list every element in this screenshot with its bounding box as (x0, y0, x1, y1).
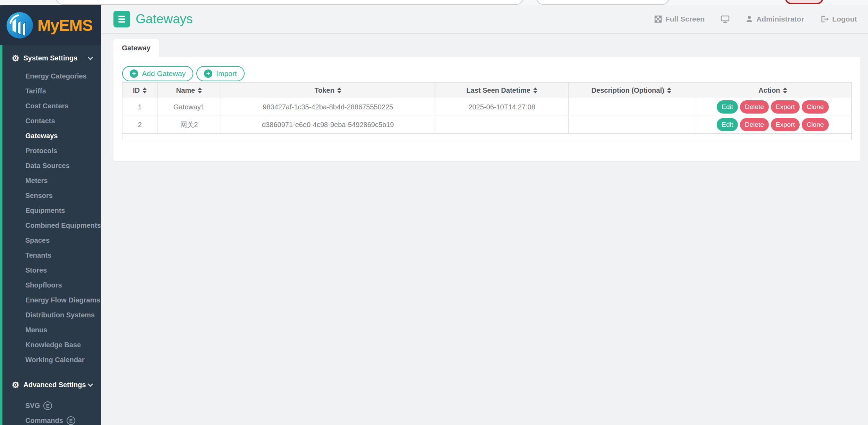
cell-description (569, 116, 694, 134)
column-header-token[interactable]: Token (221, 83, 435, 98)
sidebar-item-menus[interactable]: Menus (0, 323, 101, 338)
sidebar-item-gateways[interactable]: Gateways (0, 128, 101, 143)
cell-description (569, 98, 694, 116)
sidebar-item-tariffs[interactable]: Tariffs (0, 84, 101, 99)
sidebar-item-equipments[interactable]: Equipments (0, 203, 101, 218)
enterprise-badge-icon: E (67, 416, 75, 425)
sort-icon (667, 88, 671, 93)
sidebar-section-advanced-settings[interactable]: ⚙Advanced Settings (0, 377, 101, 392)
sidebar-item-sensors[interactable]: Sensors (0, 188, 101, 203)
cell-id: 1 (122, 98, 158, 116)
table-footer-row (122, 134, 852, 140)
export-button[interactable]: Export (771, 118, 800, 131)
sidebar-item-data-sources[interactable]: Data Sources (0, 158, 101, 173)
sidebar-item-energy-flow-diagrams[interactable]: Energy Flow Diagrams (0, 293, 101, 308)
sidebar-item-spaces[interactable]: Spaces (0, 233, 101, 248)
full-screen-label: Full Screen (665, 15, 705, 23)
sidebar-item-label: Commands (25, 417, 63, 425)
cell-id: 2 (122, 116, 158, 134)
table-body: 1Gateway1983427af-1c35-42ba-8b4d-2886755… (122, 98, 852, 134)
topbar: Gateways Full Screen (101, 5, 868, 34)
browser-secondary-bar[interactable] (536, 0, 670, 5)
logout-button[interactable]: Logout (820, 15, 857, 23)
sidebar-section-system-settings[interactable]: ⚙System Settings (0, 51, 101, 66)
cell-name: 网关2 (157, 116, 221, 134)
sidebar-item-label: Menus (25, 326, 47, 334)
sidebar-item-label: Combined Equipments (25, 222, 101, 230)
sidebar-item-energy-categories[interactable]: Energy Categories (0, 69, 101, 84)
sidebar-toggle-button[interactable] (113, 11, 130, 27)
column-header-action[interactable]: Action (694, 83, 851, 98)
sidebar-item-label: Sensors (25, 192, 53, 200)
export-button[interactable]: Export (771, 100, 800, 114)
sidebar-item-label: Working Calendar (25, 356, 85, 364)
sidebar-item-combined-equipments[interactable]: Combined Equipments (0, 218, 101, 233)
sidebar-item-tenants[interactable]: Tenants (0, 248, 101, 263)
edit-button[interactable]: Edit (717, 118, 738, 131)
sidebar-item-meters[interactable]: Meters (0, 173, 101, 188)
monitor-icon (721, 15, 730, 23)
cell-last-seen (435, 116, 569, 134)
monitor-button[interactable] (721, 15, 730, 23)
tab-gateway[interactable]: Gateway (113, 39, 159, 57)
plus-icon: + (130, 69, 138, 78)
content: Gateway + Add Gateway + Import IDNameTok… (101, 34, 868, 425)
import-button[interactable]: + Import (196, 66, 245, 81)
column-header-name[interactable]: Name (157, 83, 221, 98)
sidebar-item-stores[interactable]: Stores (0, 263, 101, 278)
sidebar-item-cost-centers[interactable]: Cost Centers (0, 99, 101, 114)
sidebar-item-working-calendar[interactable]: Working Calendar (0, 352, 101, 367)
edit-button[interactable]: Edit (717, 100, 738, 114)
chevron-down-icon (88, 55, 93, 60)
sidebar-item-shopfloors[interactable]: Shopfloors (0, 278, 101, 293)
column-header-last-seen-datetime[interactable]: Last Seen Datetime (435, 83, 569, 98)
cell-last-seen: 2025-06-10T14:27:08 (435, 98, 569, 116)
sidebar-item-label: Stores (25, 266, 47, 274)
cell-token: 983427af-1c35-42ba-8b4d-288675550225 (221, 98, 435, 116)
sidebar-item-label: Meters (25, 177, 48, 185)
sidebar-item-commands[interactable]: CommandsE (0, 413, 101, 425)
sidebar-item-label: Tenants (25, 251, 51, 259)
add-gateway-button[interactable]: + Add Gateway (122, 66, 193, 81)
cell-actions: EditDeleteExportClone (694, 98, 851, 116)
user-menu[interactable]: Administrator (746, 15, 804, 23)
logo-text: MyEMS (37, 16, 93, 35)
sort-icon (783, 88, 787, 93)
column-header-description-optional[interactable]: Description (Optional) (569, 83, 694, 98)
clone-button[interactable]: Clone (802, 100, 829, 114)
sidebar-item-label: Spaces (25, 236, 50, 244)
browser-address-bar[interactable] (56, 0, 524, 5)
section-label: System Settings (24, 54, 78, 62)
sidebar-item-label: Energy Categories (25, 72, 87, 80)
sidebar-item-contacts[interactable]: Contacts (0, 114, 101, 128)
cell-name: Gateway1 (157, 98, 221, 116)
sidebar-item-label: Protocols (25, 147, 57, 155)
sidebar-item-protocols[interactable]: Protocols (0, 143, 101, 158)
clone-button[interactable]: Clone (802, 118, 829, 131)
delete-button[interactable]: Delete (740, 100, 769, 114)
cell-token: d3860971-e6e0-4c98-9eba-5492869c5b19 (221, 116, 435, 134)
column-label: Action (758, 86, 780, 94)
sidebar-menu: ⚙System SettingsEnergy CategoriesTariffs… (0, 51, 101, 425)
column-label: ID (133, 86, 140, 94)
column-header-id[interactable]: ID (122, 83, 158, 98)
sidebar-item-label: Data Sources (25, 162, 70, 170)
sidebar-item-label: Gateways (25, 132, 58, 140)
page-title: Gateways (136, 12, 193, 26)
delete-button[interactable]: Delete (740, 118, 769, 131)
topbar-right: Full Screen Administrator (654, 15, 857, 23)
sidebar-item-distribution-systems[interactable]: Distribution Systems (0, 308, 101, 323)
add-gateway-label: Add Gateway (142, 69, 186, 78)
enterprise-badge-icon: E (43, 401, 52, 410)
full-screen-button[interactable]: Full Screen (654, 15, 705, 23)
browser-red-button[interactable] (785, 0, 823, 4)
sidebar-item-knowledge-base[interactable]: Knowledge Base (0, 338, 101, 352)
column-label: Token (315, 86, 334, 94)
sidebar-item-svg[interactable]: SVGE (0, 398, 101, 413)
table-footer-cell (122, 134, 852, 140)
toolbar: + Add Gateway + Import (122, 66, 852, 81)
logo[interactable]: MyEMS (0, 5, 101, 45)
column-label: Name (176, 86, 195, 94)
sidebar-item-label: Cost Centers (25, 102, 68, 110)
sort-icon (143, 88, 147, 93)
